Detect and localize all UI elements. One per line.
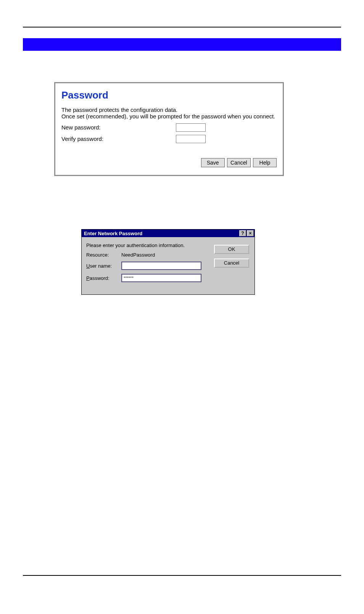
- cancel-button[interactable]: Cancel: [227, 158, 251, 167]
- dialog-title: Enter Network Password: [84, 231, 142, 236]
- verify-password-input[interactable]: [176, 135, 206, 143]
- top-horizontal-rule: [23, 27, 341, 27]
- dialog-body: Please enter your authentication informa…: [82, 237, 254, 294]
- enter-network-password-dialog: Enter Network Password ? × Please enter …: [81, 229, 255, 295]
- help-button[interactable]: Help: [253, 158, 277, 167]
- new-password-label: New password:: [61, 124, 176, 131]
- panel-desc-line2: Once set (recommended), you will be prom…: [61, 113, 275, 120]
- bottom-horizontal-rule: [23, 575, 341, 576]
- username-input[interactable]: [121, 262, 201, 270]
- dialog-cancel-button[interactable]: Cancel: [214, 259, 249, 268]
- save-button[interactable]: Save: [201, 158, 225, 167]
- document-blue-bar: [23, 38, 341, 51]
- panel-button-row: Save Cancel Help: [61, 158, 277, 167]
- panel-desc-line1: The password protects the configuration …: [61, 107, 177, 113]
- close-icon[interactable]: ×: [247, 230, 254, 236]
- verify-password-label: Verify password:: [61, 136, 176, 142]
- panel-description: The password protects the configuration …: [61, 107, 277, 120]
- password-input[interactable]: ******: [121, 274, 201, 282]
- resource-value: NeedPassword: [121, 252, 155, 258]
- ok-button[interactable]: OK: [214, 245, 249, 254]
- password-row: Password: ******: [86, 274, 250, 282]
- password-label: Password:: [86, 275, 121, 281]
- dialog-titlebar: Enter Network Password ? ×: [82, 229, 254, 237]
- verify-password-row: Verify password:: [61, 134, 277, 144]
- resource-label: Resource:: [86, 252, 121, 258]
- new-password-input[interactable]: [176, 123, 206, 132]
- username-accesskey: U: [86, 263, 90, 269]
- panel-title: Password: [61, 89, 277, 101]
- password-config-panel: Password The password protects the confi…: [54, 82, 284, 176]
- password-accesskey: P: [86, 275, 90, 281]
- username-label: User name:: [86, 263, 121, 269]
- new-password-row: New password:: [61, 122, 277, 133]
- titlebar-help-icon[interactable]: ?: [239, 230, 246, 236]
